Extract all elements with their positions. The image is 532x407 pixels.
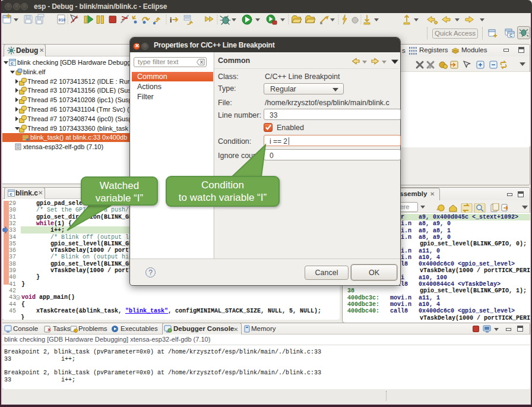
svg-text:c: c bbox=[10, 191, 12, 197]
svg-text:010: 010 bbox=[59, 18, 66, 23]
svg-text:C: C bbox=[509, 33, 512, 37]
svg-text:c: c bbox=[11, 61, 14, 66]
svg-text:i: i bbox=[170, 16, 172, 24]
